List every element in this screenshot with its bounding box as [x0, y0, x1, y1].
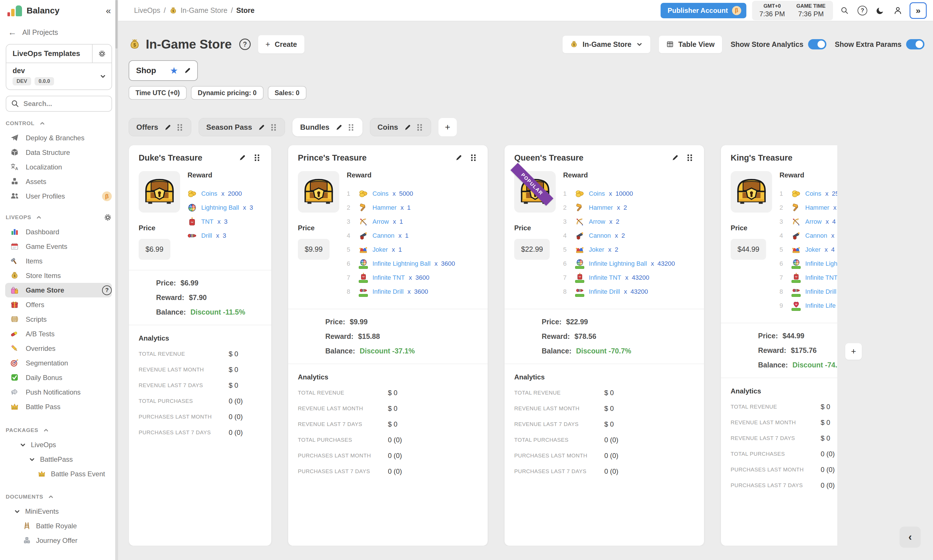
sidebar-item-assets[interactable]: Assets: [5, 174, 112, 189]
collapse-panel-button[interactable]: ‹: [899, 526, 921, 548]
add-slot-button[interactable]: +: [845, 343, 862, 360]
dark-mode-button[interactable]: [874, 5, 886, 17]
shop-setting-pill[interactable]: Time UTC (+0): [129, 86, 187, 100]
reward-item-link[interactable]: Hammer: [589, 204, 613, 211]
drag-handle-icon[interactable]: [270, 124, 277, 131]
sidebar-item-dashboard[interactable]: Dashboard: [5, 225, 112, 239]
section-documents[interactable]: DOCUMENTS: [0, 490, 118, 504]
sidebar-item-segmentation[interactable]: Segmentation: [5, 356, 112, 370]
publisher-account-button[interactable]: Publisher Account β: [660, 3, 746, 18]
show-store-analytics-toggle[interactable]: [808, 39, 827, 49]
reward-item-link[interactable]: Lightning Ball: [201, 204, 239, 211]
reward-item-link[interactable]: Infinite Lightning Ball: [805, 260, 837, 268]
reward-item-link[interactable]: Infinite TNT: [805, 274, 837, 282]
reward-item-link[interactable]: Coins: [805, 190, 821, 197]
drag-handle-icon[interactable]: [177, 124, 183, 131]
sidebar-item-game-events[interactable]: Game Events: [5, 239, 112, 254]
section-control[interactable]: CONTROL: [0, 116, 118, 131]
sidebar-item-data-structure[interactable]: Data Structure: [5, 145, 112, 160]
sidebar-item-game-store[interactable]: Game Store?: [5, 283, 112, 297]
sidebar-item-deploy-branches[interactable]: Deploy & Branches: [5, 131, 112, 145]
section-packages[interactable]: PACKAGES: [0, 423, 118, 437]
show-extra-params-toggle[interactable]: [906, 39, 924, 49]
reward-item-link[interactable]: Joker: [589, 246, 604, 254]
sidebar-item-battle-pass[interactable]: Battle Pass: [5, 399, 112, 414]
edit-pencil-icon[interactable]: [164, 124, 171, 131]
sidebar-item-push-notifications[interactable]: Push Notifications: [5, 385, 112, 399]
reward-item-link[interactable]: Arrow: [589, 218, 605, 225]
add-tab-button[interactable]: +: [439, 118, 457, 136]
tree-item-liveops[interactable]: LiveOps: [0, 437, 118, 452]
reward-item-link[interactable]: Coins: [373, 190, 388, 197]
reward-item-link[interactable]: Infinite Life: [805, 302, 836, 309]
branch-selector[interactable]: dev DEV 0.0.0: [6, 63, 111, 89]
reward-item-link[interactable]: Joker: [805, 246, 821, 254]
tree-item-journey-offer[interactable]: Journey Offer: [0, 533, 118, 548]
reward-item-link[interactable]: Infinite Drill: [373, 288, 403, 295]
help-icon[interactable]: ?: [102, 285, 112, 295]
reward-item-link[interactable]: Infinite Drill: [589, 288, 620, 295]
reward-item-link[interactable]: Joker: [373, 246, 388, 254]
sidebar-item-a-b-tests[interactable]: A/B Tests: [5, 326, 112, 341]
table-view-button[interactable]: Table View: [659, 36, 722, 53]
edit-pencil-icon[interactable]: [239, 154, 246, 162]
shop-setting-pill[interactable]: Sales: 0: [268, 86, 306, 100]
sidebar-scrollbar[interactable]: [115, 0, 118, 560]
reward-item-link[interactable]: Infinite Lightning Ball: [373, 260, 431, 268]
tab-season-pass[interactable]: Season Pass: [199, 118, 285, 136]
edit-pencil-icon[interactable]: [404, 124, 411, 131]
tab-coins[interactable]: Coins: [370, 118, 431, 136]
project-settings-button[interactable]: [92, 45, 111, 63]
drag-handle-icon[interactable]: [416, 124, 423, 131]
sidebar-item-localization[interactable]: ALocalization: [5, 160, 112, 174]
drag-handle-icon[interactable]: [687, 154, 694, 162]
edit-pencil-icon[interactable]: [455, 154, 463, 162]
tree-item-minievents[interactable]: MiniEvents: [0, 504, 118, 518]
drag-handle-icon[interactable]: [254, 154, 262, 162]
sidebar-item-overrides[interactable]: Overrides: [5, 341, 112, 356]
reward-item-link[interactable]: TNT: [201, 218, 214, 225]
tab-bundles[interactable]: Bundles: [293, 118, 362, 136]
sidebar-item-scripts[interactable]: Scripts: [5, 312, 112, 326]
edit-pencil-icon[interactable]: [335, 124, 342, 131]
sidebar-item-items[interactable]: Items: [5, 254, 112, 268]
tab-offers[interactable]: Offers: [129, 118, 191, 136]
sidebar-item-user-profiles[interactable]: User Profilesβ: [5, 189, 112, 203]
shop-setting-pill[interactable]: Dynamic pricing: 0: [191, 86, 263, 100]
reward-item-link[interactable]: Cannon: [373, 232, 394, 239]
drag-handle-icon[interactable]: [348, 124, 355, 131]
reward-item-link[interactable]: Drill: [201, 232, 212, 239]
reward-item-link[interactable]: Infinite Drill: [805, 288, 836, 295]
sidebar-collapse-icon[interactable]: «: [106, 5, 111, 16]
reward-item-link[interactable]: Infinite TNT: [589, 274, 621, 282]
all-projects-link[interactable]: ← All Projects: [0, 21, 118, 38]
reward-item-link[interactable]: Arrow: [373, 218, 389, 225]
reward-item-link[interactable]: Cannon: [589, 232, 611, 239]
liveops-settings-icon[interactable]: [103, 213, 112, 222]
search-button[interactable]: [839, 5, 851, 17]
page-help-icon[interactable]: ?: [239, 38, 251, 50]
reward-item-link[interactable]: Arrow: [805, 218, 822, 225]
star-icon[interactable]: ★: [170, 65, 178, 76]
edit-pencil-icon[interactable]: [258, 124, 265, 131]
section-liveops[interactable]: LIVEOPS: [0, 210, 118, 225]
account-button[interactable]: [892, 5, 904, 17]
sidebar-item-store-items[interactable]: $Store Items: [5, 268, 112, 283]
reward-item-link[interactable]: Coins: [589, 190, 605, 197]
create-button[interactable]: + Create: [258, 35, 305, 54]
reward-item-link[interactable]: Coins: [201, 190, 217, 197]
sidebar-item-daily-bonus[interactable]: Daily Bonus: [5, 370, 112, 385]
breadcrumb-store-parent[interactable]: In-Game Store: [181, 6, 228, 15]
reward-item-link[interactable]: Hammer: [805, 204, 829, 211]
store-selector-dropdown[interactable]: $ In-Game Store: [562, 36, 650, 53]
sidebar-item-offers[interactable]: Offers: [5, 297, 112, 312]
expand-panel-button[interactable]: »: [910, 2, 927, 19]
tree-item-battle-pass-event[interactable]: Battle Pass Event: [0, 466, 118, 481]
search-input[interactable]: [23, 100, 112, 108]
reward-item-link[interactable]: Infinite TNT: [373, 274, 405, 282]
edit-pencil-icon[interactable]: [184, 67, 191, 75]
tree-item-battlepass[interactable]: BattlePass: [0, 452, 118, 466]
drag-handle-icon[interactable]: [470, 154, 478, 162]
edit-pencil-icon[interactable]: [671, 154, 679, 162]
tree-item-battle-royale[interactable]: Battle Royale: [0, 518, 118, 533]
